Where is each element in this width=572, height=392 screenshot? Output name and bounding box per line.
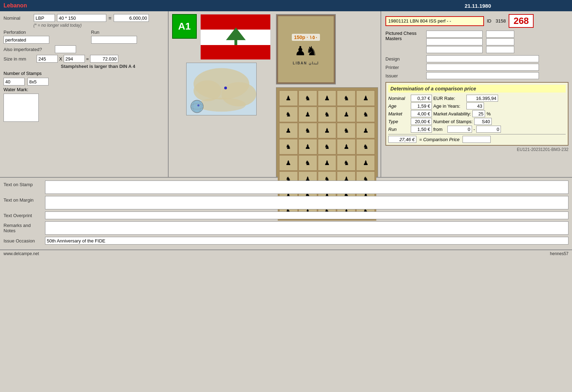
stamp-cell-6: ♞: [279, 107, 298, 122]
remarks-row: Remarks and Notes: [4, 221, 568, 235]
remarks-input[interactable]: [45, 221, 568, 235]
chess-master-extra-2[interactable]: [486, 38, 514, 45]
issue-occasion-input[interactable]: [45, 237, 568, 245]
stamp-count-row: [4, 78, 164, 86]
comp-age-years-label: Age in Years:: [433, 103, 465, 109]
perforation-label: Perforation: [4, 30, 77, 35]
chess-master-input-1[interactable]: [426, 31, 483, 38]
text-on-margin-label: Text on Margin: [4, 196, 42, 203]
comp-nominal-row: Nominal EUR Rate:: [388, 95, 566, 102]
stamp-cell-5: ♟: [356, 90, 375, 106]
main-container: Lebanon 21.11.1980 Nominal = (* = no lon…: [0, 0, 572, 257]
flag-svg: [201, 14, 271, 60]
comp-eur-rate-value[interactable]: [466, 95, 498, 102]
comp-stamps-num-value[interactable]: [474, 118, 492, 125]
comp-market-row: Market Market Availability: %: [388, 110, 566, 117]
comp-run-row: Run from -: [388, 126, 566, 133]
size-width-input[interactable]: [37, 55, 58, 63]
comp-nominal-value[interactable]: [411, 95, 432, 102]
footer-left: www.delcampe.net: [4, 251, 39, 256]
right-panel: ID 3158 268 Pictured Chess Masters: [382, 11, 572, 177]
printer-input[interactable]: [426, 64, 539, 71]
text-overprint-input[interactable]: [45, 211, 568, 219]
comp-total-value[interactable]: [388, 136, 416, 143]
stamp-cell-15: ♟: [356, 123, 375, 138]
size-height-input[interactable]: [64, 55, 85, 63]
size-label: Size in mm: [4, 56, 35, 62]
stamp-count-input[interactable]: [4, 78, 25, 86]
design-input[interactable]: [426, 55, 539, 62]
chess-master-input-3[interactable]: [426, 46, 483, 53]
catalog-row: ID 3158 268: [385, 14, 568, 28]
stamp-cell-9: ♟: [337, 107, 356, 122]
comp-market-percent: %: [486, 111, 491, 116]
nominal-row: Nominal =: [4, 14, 164, 22]
stamp-cell-3: ♟: [318, 90, 337, 106]
size-warning: Stamp/sheet is larger than DIN A 4: [61, 64, 135, 69]
nominal-note: (* = no longer valid today): [33, 23, 82, 28]
run-input[interactable]: [91, 36, 137, 44]
stamp-cell-23: ♟: [318, 155, 337, 171]
stamp-cell-13: ♟: [318, 123, 337, 138]
chess-master-input-2[interactable]: [426, 38, 483, 45]
svg-rect-2: [201, 45, 271, 60]
stamp-layout-input[interactable]: [27, 78, 49, 86]
stamp-cell-25: ♟: [356, 155, 375, 171]
comp-run-value[interactable]: [411, 126, 432, 133]
center-images: A1: [172, 11, 271, 177]
currency-input[interactable]: [34, 14, 55, 22]
printer-label: Printer: [385, 65, 424, 70]
issue-occasion-row: Issue Occasion: [4, 237, 568, 245]
stamp-cell-11: ♟: [279, 123, 298, 138]
nominal-amount-input[interactable]: [114, 14, 149, 22]
size-result-input[interactable]: [90, 55, 118, 63]
comparison-box: Determination of a comparison price Nomi…: [385, 82, 568, 146]
comp-to-value[interactable]: [476, 126, 501, 133]
watermark-label: Water Mark:: [4, 87, 28, 92]
text-overprint-label: Text Overprint: [4, 211, 42, 218]
perforation-input[interactable]: [4, 36, 49, 44]
comp-total-extra[interactable]: [463, 136, 491, 143]
country-title: Lebanon: [4, 2, 27, 9]
comp-market-value[interactable]: [411, 110, 432, 117]
comp-age-label: Age: [388, 103, 409, 109]
size-row: Size in mm X =: [4, 55, 164, 63]
chess-masters-inputs: [426, 31, 483, 53]
comp-nominal-label: Nominal: [388, 96, 409, 101]
left-panel: Nominal = (* = no longer valid today) Pe…: [0, 11, 169, 177]
price-badge: 268: [509, 14, 534, 28]
design-label: Design: [385, 56, 424, 62]
issuer-input[interactable]: [426, 72, 539, 79]
text-on-stamp-input[interactable]: [45, 181, 568, 194]
chess-masters-label-group: Pictured Chess Masters: [385, 31, 424, 41]
footer: www.delcampe.net hennes57: [0, 249, 572, 257]
eu-code: EU121-20231201-BM3-232: [385, 147, 568, 152]
svg-point-16: [197, 105, 200, 107]
design-row: Design: [385, 55, 568, 62]
size-warning-row: Stamp/sheet is larger than DIN A 4: [32, 64, 164, 69]
nominal-value-input[interactable]: [57, 14, 106, 22]
perforation-col: Perforation: [4, 30, 77, 44]
comp-market-label: Market: [388, 111, 409, 116]
stamp-cell-19: ♟: [337, 139, 356, 154]
chess-masters-label1: Pictured Chess: [385, 31, 424, 36]
comp-age-years-value[interactable]: [466, 102, 484, 109]
stamp-cell-21: ♟: [279, 155, 298, 171]
stamp-cell-12: ♞: [298, 123, 317, 138]
catalog-code-input[interactable]: [385, 16, 484, 26]
comp-from-value[interactable]: [447, 126, 472, 133]
text-on-margin-input[interactable]: [45, 196, 568, 209]
stamp-count-label-row: Number of Stamps: [4, 71, 164, 76]
also-imperforated-input[interactable]: [55, 45, 76, 53]
stamp-cell-7: ♟: [298, 107, 317, 122]
comp-age-value[interactable]: [411, 102, 432, 109]
chess-master-extra-3[interactable]: [486, 46, 514, 53]
stamp-sheet: ♟ ♞ ♟ ♞ ♟ ♞ ♟ ♞ ♟ ♞ ♟ ♞ ♟ ♞ ♟ ♞ ♟: [276, 87, 378, 177]
comp-type-value[interactable]: [411, 118, 432, 125]
chess-masters-row: Pictured Chess Masters: [385, 31, 568, 53]
chess-master-extra-1[interactable]: [486, 31, 514, 38]
flag-badge-row: A1: [172, 14, 271, 60]
comp-market-avail-value[interactable]: [472, 110, 485, 117]
chess-masters-label2: Masters: [385, 36, 424, 41]
map-svg: [187, 63, 256, 115]
